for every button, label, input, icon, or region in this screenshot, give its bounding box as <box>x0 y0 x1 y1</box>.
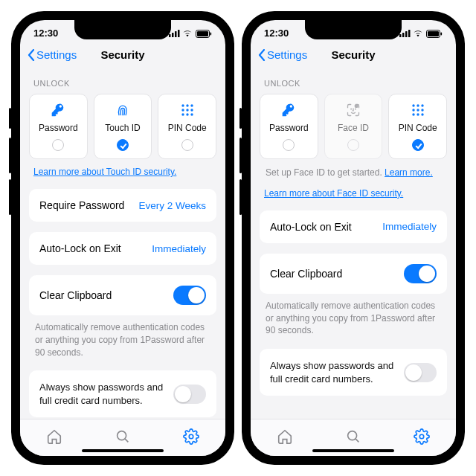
learn-more-touchid-link[interactable]: Learn more about Touch ID security. <box>29 159 216 178</box>
svg-point-27 <box>412 104 414 106</box>
back-label: Settings <box>36 48 77 61</box>
chevron-left-icon <box>258 49 266 61</box>
svg-point-17 <box>189 434 193 439</box>
row-label: Clear Clipboard <box>39 289 112 301</box>
unlock-option-touchid[interactable]: Touch ID <box>94 94 152 159</box>
nav-bar: Settings Security <box>251 45 456 68</box>
phone-left: 12:30 Settings Security UNLOCK Password <box>11 11 234 465</box>
require-password-row[interactable]: Require Password Every 2 Weeks <box>29 189 216 222</box>
status-time: 12:30 <box>33 28 58 39</box>
unlock-option-label: Password <box>33 123 84 133</box>
row-label: Auto-Lock on Exit <box>270 221 352 233</box>
svg-point-29 <box>421 104 423 106</box>
chevron-left-icon <box>28 49 35 61</box>
radio-selected[interactable] <box>412 139 424 151</box>
clear-clipboard-toggle[interactable] <box>173 286 206 305</box>
unlock-option-pin[interactable]: PIN Code <box>158 94 216 159</box>
tab-home[interactable] <box>277 428 293 448</box>
clipboard-note: Automatically remove authentication code… <box>29 315 216 360</box>
unlock-option-faceid[interactable]: 1 Face ID <box>324 94 383 159</box>
svg-point-36 <box>348 431 357 440</box>
faceid-setup-note: Set up Face ID to get started. Learn mor… <box>260 159 447 181</box>
faceid-setup-link[interactable]: Learn more. <box>385 167 433 178</box>
home-indicator[interactable] <box>312 449 394 452</box>
auto-lock-row[interactable]: Auto-Lock on Exit Immediately <box>29 232 216 265</box>
svg-point-14 <box>186 113 188 115</box>
svg-rect-2 <box>175 31 177 37</box>
back-label: Settings <box>267 48 307 61</box>
tab-search[interactable] <box>115 428 131 448</box>
status-time: 12:30 <box>264 28 289 39</box>
unlock-options: Password 1 Face ID PIN Code <box>260 94 447 159</box>
tab-home[interactable] <box>46 428 62 448</box>
row-label: Require Password <box>39 199 124 211</box>
unlock-option-pin[interactable]: PIN Code <box>388 94 447 159</box>
row-value: Immediately <box>152 243 206 254</box>
always-reveal-row: Always show passwords and full credit ca… <box>260 349 447 396</box>
search-icon <box>345 428 361 445</box>
unlock-option-label: Password <box>263 123 315 133</box>
faceid-setup-text: Set up Face ID to get started. <box>266 167 385 178</box>
clear-clipboard-toggle[interactable] <box>404 264 437 283</box>
svg-point-35 <box>421 113 423 115</box>
svg-point-7 <box>181 104 184 106</box>
unlock-option-password[interactable]: Password <box>260 94 318 159</box>
status-icons <box>169 28 212 39</box>
tab-settings[interactable] <box>414 428 430 448</box>
nav-bar: Settings Security <box>20 45 225 68</box>
key-icon <box>263 102 315 118</box>
page-title: Security <box>331 48 375 61</box>
svg-point-10 <box>181 109 184 111</box>
svg-rect-19 <box>402 33 405 37</box>
unlock-option-label: Face ID <box>328 123 379 133</box>
search-icon <box>115 428 131 445</box>
always-reveal-toggle[interactable] <box>173 385 206 404</box>
svg-point-16 <box>118 431 126 440</box>
radio-unselected[interactable] <box>52 139 64 151</box>
radio-unselected[interactable] <box>181 139 193 151</box>
row-label: Always show passwords and full credit ca… <box>39 381 173 407</box>
row-value: Every 2 Weeks <box>138 200 206 211</box>
back-button[interactable]: Settings <box>28 48 77 61</box>
svg-rect-18 <box>399 34 402 37</box>
page-title: Security <box>100 48 144 61</box>
learn-more-faceid-link[interactable]: Learn more about Face ID security. <box>260 181 447 200</box>
back-button[interactable]: Settings <box>258 48 307 61</box>
row-label: Auto-Lock on Exit <box>39 242 121 254</box>
unlock-option-label: PIN Code <box>161 123 213 133</box>
svg-point-32 <box>421 109 423 111</box>
svg-point-13 <box>181 113 184 115</box>
svg-rect-20 <box>405 31 408 37</box>
unlock-option-password[interactable]: Password <box>29 94 88 159</box>
radio-selected[interactable] <box>117 139 129 151</box>
fingerprint-icon <box>97 102 149 118</box>
svg-rect-3 <box>178 30 180 37</box>
tab-search[interactable] <box>345 428 361 448</box>
svg-rect-5 <box>197 31 208 36</box>
row-label: Always show passwords and full credit ca… <box>270 359 404 385</box>
clear-clipboard-row: Clear Clipboard <box>260 254 447 294</box>
faceid-icon: 1 <box>328 102 379 118</box>
phone-right: 12:30 Settings Security UNLOCK Password <box>242 11 465 465</box>
unlock-option-label: Touch ID <box>97 123 149 133</box>
home-icon <box>46 428 62 445</box>
clipboard-note: Automatically remove authentication code… <box>260 294 447 338</box>
svg-rect-24 <box>441 32 443 35</box>
auto-lock-row[interactable]: Auto-Lock on Exit Immediately <box>260 210 447 243</box>
radio-unselected[interactable] <box>347 139 359 151</box>
key-icon <box>33 102 84 118</box>
keypad-icon <box>161 102 213 118</box>
home-indicator[interactable] <box>82 449 164 452</box>
unlock-option-label: PIN Code <box>392 123 443 133</box>
unlock-options: Password Touch ID PIN Code <box>29 94 216 159</box>
always-reveal-row: Always show passwords and full credit ca… <box>29 370 216 417</box>
svg-point-8 <box>186 104 188 106</box>
gear-icon <box>414 428 430 445</box>
row-label: Clear Clipboard <box>270 268 342 280</box>
gear-icon <box>183 428 199 445</box>
tab-settings[interactable] <box>183 428 199 448</box>
home-icon <box>277 428 293 445</box>
radio-unselected[interactable] <box>283 139 295 151</box>
always-reveal-toggle[interactable] <box>404 363 437 382</box>
svg-point-30 <box>412 109 414 111</box>
